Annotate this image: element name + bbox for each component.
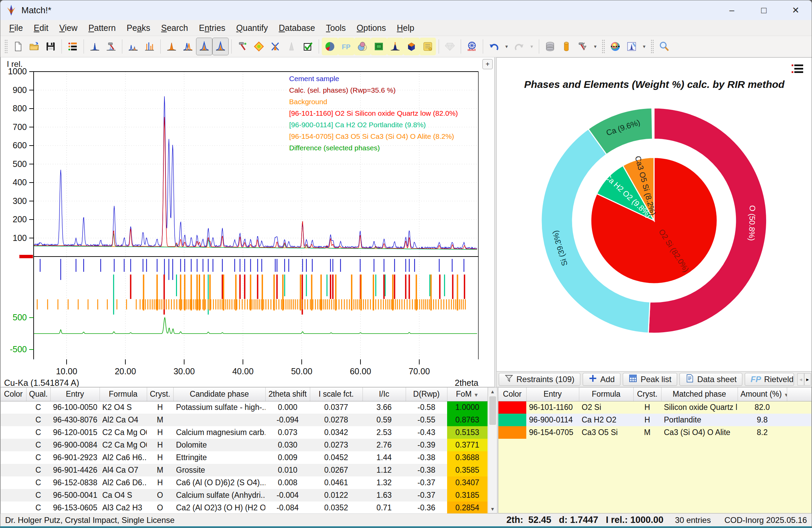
menu-quantify[interactable]: Quantify <box>231 21 273 35</box>
menu-view[interactable]: View <box>54 21 83 35</box>
column-header[interactable]: Matched phase <box>661 388 738 401</box>
minimize-button[interactable]: – <box>716 0 748 20</box>
color-cell <box>1 477 26 489</box>
matched-phase-row[interactable]: 96-101-1160O2 SiHSilicon oxide Quartz l.… <box>498 401 811 414</box>
maximize-button[interactable]: □ <box>748 0 780 20</box>
candidate-row[interactable]: C96-120-0015C2 Ca Mg O6HCalcium magnesiu… <box>1 426 488 439</box>
column-header[interactable]: FoM▼ <box>447 388 488 401</box>
close-button[interactable]: ✕ <box>780 0 812 20</box>
column-header[interactable]: Formula <box>579 388 633 401</box>
column-header[interactable]: Entry <box>50 388 100 401</box>
peaks-small-icon[interactable] <box>125 38 141 55</box>
dropdown-arrow-icon[interactable]: ▾ <box>502 38 511 55</box>
menu-pattern[interactable]: Pattern <box>83 21 121 35</box>
tabs-scroll-right[interactable]: ► <box>804 373 811 386</box>
dropdown-arrow-icon[interactable]: ▾ <box>591 38 600 55</box>
cube-3d-icon[interactable] <box>403 38 420 55</box>
menu-edit[interactable]: Edit <box>28 21 54 35</box>
search-magnifier-icon[interactable] <box>656 38 672 55</box>
column-header[interactable]: Entry <box>526 388 579 401</box>
tab-restraints-109-[interactable]: Restraints (109) <box>499 373 580 386</box>
peak-navy-icon[interactable] <box>387 38 403 55</box>
svg-text:20.00: 20.00 <box>115 366 136 376</box>
candidate-row[interactable]: C96-901-2923Al2 Ca6 H6...HEttringite0.00… <box>1 451 488 464</box>
menu-entries[interactable]: Entries <box>194 21 231 35</box>
peak-blue-icon[interactable] <box>87 38 103 55</box>
phase-pie-chart[interactable]: O (50.8%)Si (39.3%)Ca (9.6%)O2 Si (82.0%… <box>497 58 812 358</box>
peak-orange-icon[interactable] <box>163 38 180 55</box>
tabs-scroll-left[interactable]: ◄ <box>797 373 804 386</box>
column-header[interactable]: Amount (%)▼ <box>738 388 787 401</box>
rainbow-sphere-icon[interactable] <box>607 38 623 55</box>
diamond-orange-icon[interactable] <box>251 38 267 55</box>
scrollbar-thumb[interactable] <box>489 396 496 425</box>
undo-arrow-icon[interactable] <box>486 38 502 55</box>
venn-circles-icon[interactable] <box>354 38 371 55</box>
refinement-wheel-icon[interactable] <box>464 38 480 55</box>
check-doc-icon[interactable] <box>300 38 316 55</box>
peaks-match-icon[interactable] <box>196 38 212 55</box>
menu-options[interactable]: Options <box>351 21 391 35</box>
column-header[interactable]: D(Rwp) <box>406 388 447 401</box>
open-folder-icon[interactable] <box>26 38 42 55</box>
menu-tools[interactable]: Tools <box>320 21 351 35</box>
tab-add[interactable]: Add <box>583 373 621 386</box>
menu-file[interactable]: File <box>4 21 28 35</box>
peak-arrows-icon[interactable] <box>267 38 284 55</box>
column-orange-icon[interactable] <box>558 38 575 55</box>
toolbar-separator <box>84 39 84 54</box>
scroll-down-icon[interactable]: ▼ <box>488 505 497 513</box>
dropdown-arrow-icon[interactable]: ▾ <box>640 38 649 55</box>
candidate-row[interactable]: C96-153-0605Al3 Ca2 H3OCa2 (Al O2)3 (O H… <box>1 501 488 514</box>
column-header[interactable]: Color <box>1 388 26 401</box>
save-floppy-icon[interactable] <box>42 38 59 55</box>
matched-phase-row[interactable]: 96-154-0705Ca3 O5 SiMCa3 (Si O4) O Alite… <box>498 426 811 439</box>
candidate-row[interactable]: C96-901-4426Al4 Ca O7MGrossite0.0100.026… <box>1 464 488 477</box>
legend-entry: Calc. (sel. phases) (Rwp=35.6 %) <box>289 85 458 96</box>
texture-green-icon[interactable] <box>371 38 387 55</box>
chart-pencil-icon[interactable] <box>623 38 640 55</box>
peaks-bars-icon[interactable] <box>141 38 158 55</box>
candidate-row[interactable]: C96-152-0838Al2 Ca6 D6...HCa6 (Al (O D)6… <box>1 477 488 489</box>
column-header[interactable]: Cryst. <box>147 388 173 401</box>
menu-peaks[interactable]: Peaks <box>121 21 156 35</box>
peaks-overlay-icon[interactable] <box>180 38 196 55</box>
database-cylinder-icon[interactable] <box>542 38 558 55</box>
svg-text:10.00: 10.00 <box>56 366 77 376</box>
column-header[interactable]: I scale fct. <box>310 388 363 401</box>
zoom-in-button[interactable]: + <box>482 59 493 69</box>
column-header[interactable]: 2theta shift <box>265 388 310 401</box>
matched-phase-row[interactable]: 96-900-0114Ca H2 O2HPortlandite9.8 <box>498 414 811 426</box>
new-document-icon[interactable] <box>10 38 26 55</box>
menu-database[interactable]: Database <box>273 21 320 35</box>
menu-help[interactable]: Help <box>391 21 420 35</box>
candidate-row[interactable]: C96-100-0050K2 O4 SHPotassium sulfate - … <box>1 401 488 414</box>
toolbar-grip[interactable] <box>651 39 654 54</box>
toolbar-grip[interactable] <box>602 39 605 54</box>
matched-phases-table: ColorEntryFormulaCryst.Matched phaseAmou… <box>498 388 811 439</box>
fp-letters-icon[interactable]: FP <box>338 38 354 55</box>
pie-chart-icon[interactable] <box>322 38 338 55</box>
tab-rietveld[interactable]: FPRietveld <box>745 373 794 386</box>
table-scrollbar[interactable]: ▲ ▼ <box>488 388 497 513</box>
candidate-row[interactable]: C96-430-8076Al2 Ca O4M-0.0940.02780.59-0… <box>1 414 488 426</box>
candidate-row[interactable]: C96-500-0041Ca O4 SOCalcium sulfate (Anh… <box>1 489 488 501</box>
tab-data-sheet[interactable]: Data sheet <box>680 373 742 386</box>
peaks-match2-icon[interactable] <box>212 38 229 55</box>
entry-list-icon[interactable] <box>64 38 81 55</box>
candidate-row[interactable]: C96-900-0084C2 Ca Mg O6HDolomite0.0300.0… <box>1 439 488 451</box>
hammer-color-icon[interactable] <box>234 38 251 55</box>
column-header[interactable]: Color <box>498 388 526 401</box>
column-header[interactable]: I/Ic <box>363 388 406 401</box>
hammer-peaks-icon[interactable] <box>103 38 119 55</box>
tab-peak-list[interactable]: Peak list <box>623 373 677 386</box>
report-scroll-icon[interactable] <box>420 38 436 55</box>
column-header[interactable]: Cryst. <box>633 388 661 401</box>
toolbar-grip[interactable] <box>4 39 8 54</box>
column-header[interactable]: Candidate phase <box>173 388 265 401</box>
column-header[interactable]: Qual. <box>26 388 50 401</box>
column-header[interactable]: Formula <box>100 388 147 401</box>
wrench-hammer-icon[interactable] <box>575 38 591 55</box>
scroll-up-icon[interactable]: ▲ <box>488 388 497 396</box>
menu-search[interactable]: Search <box>156 21 193 35</box>
